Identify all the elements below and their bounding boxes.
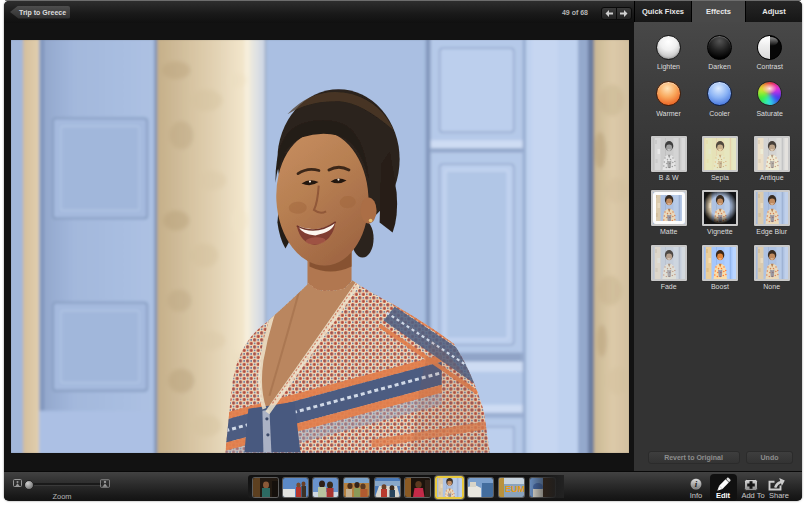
svg-text:EUM: EUM — [505, 484, 524, 494]
